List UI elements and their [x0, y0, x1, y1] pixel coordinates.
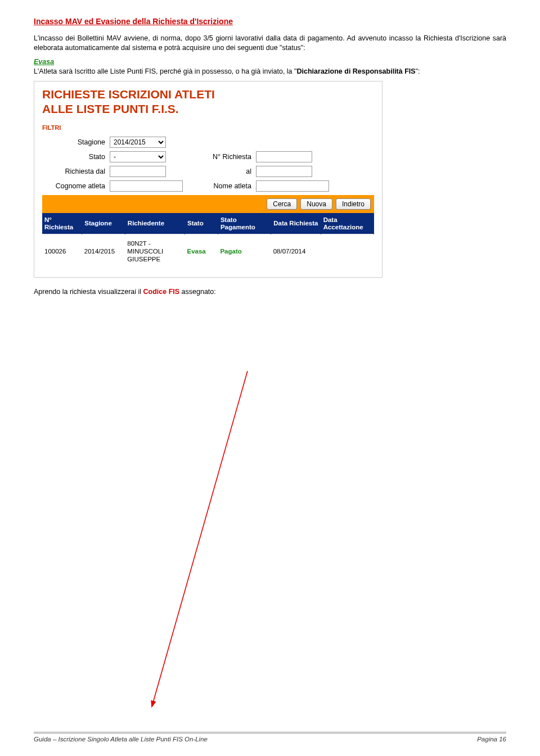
cell-data-richiesta: 08/07/2014: [271, 234, 321, 269]
th-data-accettazione: Data Accettazione: [321, 213, 374, 234]
cell-pagamento: Pagato: [218, 234, 271, 269]
paragraph-intro: L'incasso dei Bollettini MAV avviene, di…: [34, 34, 506, 53]
cell-data-accettazione: [321, 234, 374, 269]
after-a: Aprendo la richiesta visualizzerai il: [34, 288, 143, 296]
footer-left: Guida – Iscrizione Singolo Atleta alle L…: [34, 736, 208, 743]
th-stagione: Stagione: [82, 213, 125, 234]
cerca-button[interactable]: Cerca: [267, 198, 297, 210]
th-data-richiesta: Data Richiesta: [271, 213, 321, 234]
input-al[interactable]: [256, 166, 312, 177]
after-c: assegnato:: [179, 288, 216, 296]
cell-stagione: 2014/2015: [82, 234, 125, 269]
select-stagione[interactable]: 2014/2015: [110, 137, 166, 148]
table-header-row: N° Richiesta Stagione Richiedente Stato …: [42, 213, 374, 234]
evasa-label: Evasa: [34, 58, 54, 66]
th-stato: Stato: [184, 213, 218, 234]
select-stato[interactable]: -: [110, 151, 166, 162]
paragraph-evasa: Evasa L'Atleta sarà Iscritto alle Liste …: [34, 57, 506, 76]
ss-title-line2: ALLE LISTE PUNTI F.I.S.: [42, 102, 179, 115]
nuova-button[interactable]: Nuova: [300, 198, 332, 210]
embedded-screenshot: RICHIESTE ISCRIZIONI ATLETI ALLE LISTE P…: [34, 81, 382, 278]
button-bar: Cerca Nuova Indietro: [42, 195, 374, 213]
paragraph-codice-fis: Aprendo la richiesta visualizzerai il Co…: [34, 288, 506, 296]
label-nome: Nome atleta: [183, 182, 256, 190]
input-richiesta-dal[interactable]: [110, 166, 166, 177]
th-richiedente: Richiedente: [125, 213, 184, 234]
results-table: N° Richiesta Stagione Richiedente Stato …: [42, 213, 374, 269]
indietro-button[interactable]: Indietro: [336, 198, 371, 210]
cell-richiedente: 80N2T - MINUSCOLI GIUSEPPE: [125, 234, 184, 269]
filtri-header: FILTRI: [42, 124, 374, 131]
label-richiesta-dal: Richiesta dal: [42, 168, 110, 175]
ss-title-line1: RICHIESTE ISCRIZIONI ATLETI: [42, 88, 215, 101]
evasa-desc-b: Dichiarazione di Responsabilità FIS: [297, 67, 416, 75]
evasa-desc-a: L'Atleta sarà Iscritto alle Liste Punti …: [34, 67, 297, 75]
svg-line-0: [153, 371, 248, 703]
input-cognome[interactable]: [110, 180, 183, 192]
footer-right: Pagina 16: [477, 736, 506, 743]
screenshot-title: RICHIESTE ISCRIZIONI ATLETI ALLE LISTE P…: [42, 87, 374, 117]
codice-fis-label: Codice FIS: [143, 288, 180, 296]
label-stagione: Stagione: [42, 138, 110, 146]
th-stato-pag: Stato Pagamento: [218, 213, 271, 234]
th-n-richiesta: N° Richiesta: [42, 213, 82, 234]
arrow-icon: [146, 365, 259, 714]
table-row[interactable]: 100026 2014/2015 80N2T - MINUSCOLI GIUSE…: [42, 234, 374, 269]
label-al: al: [166, 168, 256, 175]
cell-stato: Evasa: [184, 234, 218, 269]
label-cognome: Cognome atleta: [42, 182, 110, 190]
section-title: Incasso MAV ed Evasione della Richiesta …: [34, 17, 506, 26]
label-stato: Stato: [42, 153, 110, 161]
input-nome[interactable]: [256, 180, 329, 192]
evasa-desc-c: ":: [416, 67, 420, 75]
label-n-richiesta: N° Richiesta: [166, 153, 256, 161]
input-n-richiesta[interactable]: [256, 151, 312, 162]
cell-n: 100026: [42, 234, 82, 269]
page-footer: Guida – Iscrizione Singolo Atleta alle L…: [34, 732, 506, 743]
